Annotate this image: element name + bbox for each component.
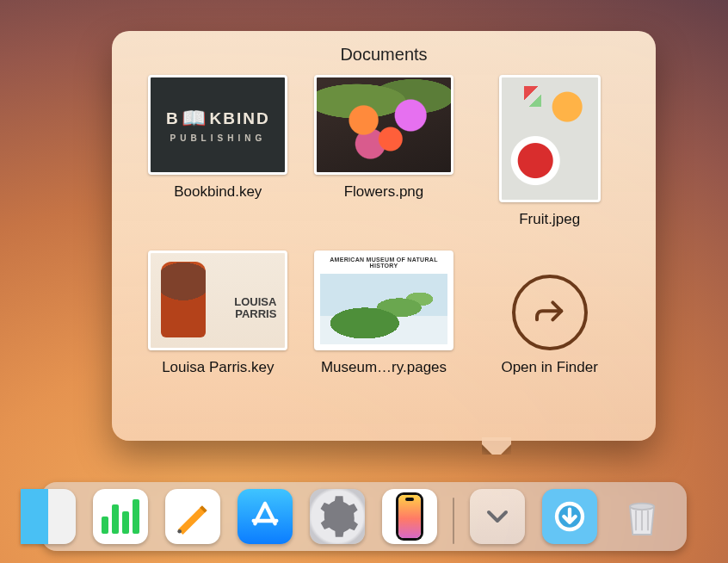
file-label: Museum…ry.pages (321, 359, 447, 376)
dock-stack-documents[interactable] (470, 489, 525, 544)
thumbnail-flowers (314, 75, 453, 175)
file-label: Louisa Parris.key (162, 359, 274, 376)
svg-point-2 (630, 504, 654, 510)
popup-callout-tail (482, 437, 511, 455)
thumbnail-fruit (499, 75, 601, 202)
svg-point-0 (177, 529, 182, 534)
dock-app-pages[interactable] (165, 489, 220, 544)
file-item-bookbind[interactable]: B📖KBIND PUBLISHING Bookbind.key (139, 75, 297, 228)
stack-popup-documents: Documents B📖KBIND PUBLISHING Bookbind.ke… (112, 31, 656, 441)
dock-app-iphone-mirroring[interactable] (382, 489, 437, 544)
open-in-finder-button[interactable]: Open in Finder (471, 251, 628, 376)
file-label: Flowers.png (344, 183, 424, 201)
stack-popup-grid: B📖KBIND PUBLISHING Bookbind.key Flowers.… (112, 70, 656, 392)
file-item-louisa-parris[interactable]: Louisa Parris.key (139, 251, 297, 376)
file-item-flowers[interactable]: Flowers.png (305, 75, 463, 228)
dock-app-finder[interactable] (21, 489, 76, 544)
file-label: Fruit.jpeg (519, 211, 580, 228)
thumbnail-louisa-parris (148, 251, 287, 350)
file-item-fruit[interactable]: Fruit.jpeg (471, 75, 628, 228)
dock-app-numbers[interactable] (93, 489, 148, 544)
file-item-museum[interactable]: AMERICAN MUSEUM OF NATURAL HISTORY Museu… (305, 251, 463, 376)
dock-app-appstore[interactable] (238, 489, 293, 544)
open-in-finder-label: Open in Finder (501, 359, 597, 376)
dock-app-system-settings[interactable] (310, 489, 365, 544)
open-in-finder-icon (512, 275, 588, 350)
dock-tray (41, 482, 687, 551)
file-label: Bookbind.key (174, 183, 262, 201)
dock (0, 482, 728, 551)
stack-popup-title: Documents (112, 31, 656, 70)
dock-separator (453, 498, 454, 544)
dock-trash[interactable] (614, 489, 669, 544)
thumbnail-bookbind: B📖KBIND PUBLISHING (148, 75, 287, 175)
dock-stack-downloads[interactable] (542, 489, 597, 544)
thumbnail-museum: AMERICAN MUSEUM OF NATURAL HISTORY (314, 251, 453, 350)
